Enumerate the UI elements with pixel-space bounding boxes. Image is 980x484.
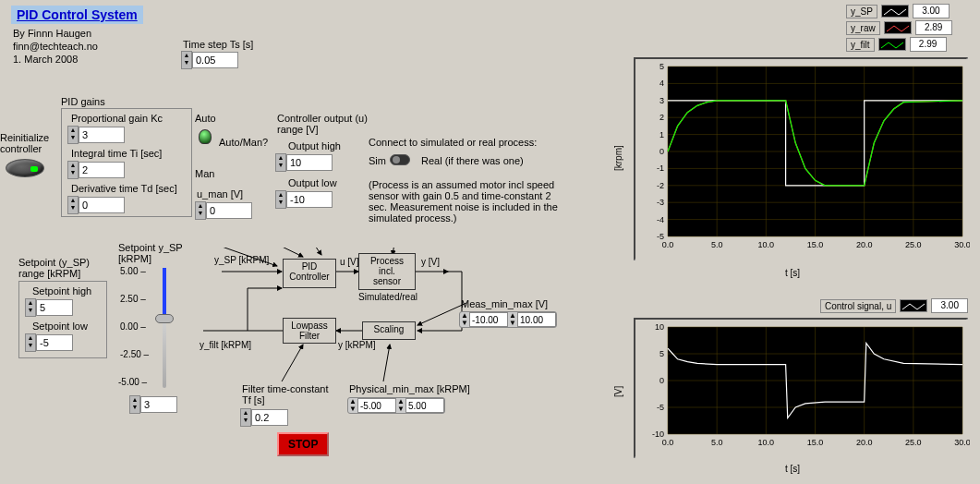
td-input[interactable]: [79, 197, 125, 213]
stepper-icon[interactable]: ▲▼: [67, 196, 79, 214]
splow-field[interactable]: ▲▼: [25, 333, 73, 352]
stepper-icon[interactable]: ▲▼: [275, 153, 286, 172]
timestep-input[interactable]: [192, 52, 238, 68]
svg-text:25.0: 25.0: [905, 240, 922, 249]
filtertc-field[interactable]: ▲▼: [240, 408, 288, 427]
y-sig: y [V]: [421, 257, 440, 267]
ti-input[interactable]: [79, 162, 125, 178]
sprange-group: Setpoint high ▲▼ Setpoint low ▲▼: [18, 281, 107, 358]
svg-text:30.0: 30.0: [954, 438, 970, 447]
reinit-button[interactable]: [6, 159, 44, 177]
chart2[interactable]: -10-505100.05.010.015.020.025.030.0: [634, 318, 968, 458]
pid-block: PID Controller: [283, 259, 336, 288]
chart1-xlabel: t [s]: [785, 268, 800, 278]
splow-label: Setpoint low: [32, 321, 88, 332]
connect-label: Connect to simulated or real process:: [369, 137, 537, 148]
measminmax-label: Meas_min_max [V]: [461, 298, 548, 309]
sp-slider[interactable]: [150, 268, 166, 388]
ysp-sig: y_SP [kRPM]: [214, 255, 269, 265]
stepper-icon[interactable]: ▲▼: [129, 395, 140, 414]
spval-field[interactable]: ▲▼: [129, 395, 177, 414]
filtertc-input[interactable]: [251, 409, 288, 426]
svg-line-11: [383, 345, 390, 381]
stepper-icon[interactable]: ▲▼: [275, 190, 286, 209]
svg-text:0.0: 0.0: [662, 240, 674, 249]
kc-input[interactable]: [79, 127, 125, 143]
svg-text:-2: -2: [657, 181, 664, 190]
stop-button[interactable]: STOP: [277, 432, 329, 456]
physmin-input[interactable]: [357, 398, 396, 413]
spval-input[interactable]: [140, 396, 177, 413]
legend-name: y_raw: [846, 21, 880, 35]
filter-block: Lowpass Filter: [283, 318, 336, 344]
svg-text:10.0: 10.0: [758, 240, 775, 249]
splow-input[interactable]: [36, 334, 73, 351]
u-sig: u [V]: [340, 257, 359, 267]
stepper-icon[interactable]: ▲▼: [67, 126, 79, 144]
measmax-input[interactable]: [517, 312, 556, 327]
stepper-icon[interactable]: ▲▼: [181, 51, 192, 69]
chart1-legend: y_SP 3.00 y_raw 2.89 y_filt 2.99: [846, 4, 952, 52]
page-title: PID Control System: [11, 6, 143, 24]
sl-min: -5.00 –: [118, 377, 147, 387]
chart2-legend: Control signal, u 3.00: [820, 298, 968, 313]
svg-text:5: 5: [659, 349, 664, 358]
td-field[interactable]: ▲▼: [67, 196, 125, 214]
stepper-icon[interactable]: ▲▼: [195, 201, 206, 220]
ulow-field[interactable]: ▲▼: [275, 190, 333, 209]
author-label: By Finnn Haugen: [13, 28, 91, 39]
date-label: 1. March 2008: [13, 54, 78, 65]
simreal-switch[interactable]: [390, 154, 410, 165]
td-label: Derivative time Td [sec]: [71, 183, 177, 194]
process-block: Process incl. sensor: [358, 253, 416, 290]
measmin-input[interactable]: [469, 312, 508, 327]
legend-row: y_filt 2.99: [846, 37, 952, 52]
sl-m3: -2.50 –: [120, 349, 149, 359]
uhigh-label: Output high: [288, 140, 341, 151]
physminmax-field[interactable]: ▲▼ ▲▼: [347, 397, 445, 414]
svg-text:3: 3: [659, 96, 664, 105]
urange-label: Controller output (u) range [V]: [277, 113, 368, 135]
stepper-icon[interactable]: ▲▼: [67, 161, 79, 179]
uman-input[interactable]: [206, 202, 252, 219]
ulow-input[interactable]: [286, 191, 333, 208]
pidgains-group: Proportional gain Kc ▲▼ Integral time Ti…: [61, 108, 192, 217]
timestep-field[interactable]: ▲▼: [181, 51, 238, 69]
svg-text:10: 10: [655, 322, 664, 332]
uhigh-input[interactable]: [286, 154, 333, 171]
svg-text:15.0: 15.0: [807, 438, 824, 447]
measminmax-field[interactable]: ▲▼ ▲▼: [459, 311, 557, 328]
stepper-icon[interactable]: ▲▼: [25, 298, 36, 317]
legend-value: 2.99: [910, 37, 947, 52]
physmax-input[interactable]: [405, 398, 444, 413]
kc-label: Proportional gain Kc: [71, 113, 163, 124]
sl-max: 5.00 –: [120, 266, 146, 276]
ti-label: Integral time Ti [sec]: [71, 148, 162, 159]
auto-label: Auto: [195, 113, 216, 124]
svg-text:-5: -5: [657, 403, 664, 412]
sphigh-field[interactable]: ▲▼: [25, 298, 73, 317]
svg-text:30.0: 30.0: [954, 240, 970, 249]
legend-value: 3.00: [913, 4, 950, 18]
ti-field[interactable]: ▲▼: [67, 161, 125, 179]
email-label: finn@techteach.no: [13, 41, 98, 52]
real-label: Real (if there was one): [421, 155, 524, 166]
legend-name: Control signal, u: [820, 299, 896, 313]
sphigh-input[interactable]: [36, 299, 73, 316]
svg-text:4: 4: [659, 79, 664, 88]
uman-field[interactable]: ▲▼: [195, 201, 252, 220]
stepper-icon[interactable]: ▲▼: [25, 333, 36, 352]
sl-m1: 2.50 –: [120, 294, 146, 304]
kc-field[interactable]: ▲▼: [67, 126, 125, 144]
uhigh-field[interactable]: ▲▼: [275, 153, 333, 172]
yk-sig: y [kRPM]: [338, 340, 376, 350]
svg-line-7: [294, 248, 321, 255]
sl-m2: 0.00 –: [120, 321, 146, 332]
automan-toggle[interactable]: [199, 129, 212, 144]
chart1[interactable]: -5-4-3-2-10123450.05.010.015.020.025.030…: [634, 57, 968, 260]
simreal-block-label: Simulated/real: [358, 292, 417, 302]
svg-text:5: 5: [659, 62, 664, 71]
stepper-icon[interactable]: ▲▼: [240, 408, 251, 427]
svg-text:0: 0: [659, 147, 664, 156]
legend-row: y_SP 3.00: [846, 4, 952, 18]
